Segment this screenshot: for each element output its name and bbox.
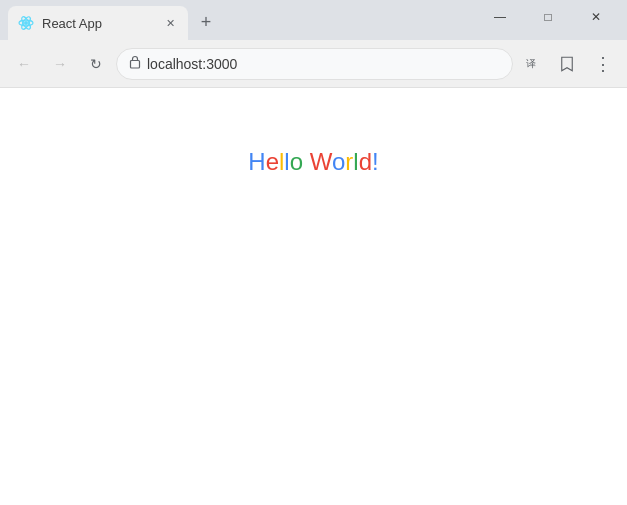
bookmark-button[interactable] xyxy=(551,48,583,80)
active-tab[interactable]: React App ✕ xyxy=(8,6,188,40)
new-tab-button[interactable]: + xyxy=(192,8,220,36)
hello-world-text: Hello World! xyxy=(248,148,378,176)
lock-icon xyxy=(129,55,141,72)
tab-close-button[interactable]: ✕ xyxy=(162,15,178,31)
browser-window: React App ✕ + — □ ✕ ← → ↻ localhost:3000 xyxy=(0,0,627,505)
svg-point-0 xyxy=(24,21,28,25)
maximize-button[interactable]: □ xyxy=(525,3,571,31)
svg-rect-4 xyxy=(131,61,140,69)
translate-button[interactable]: 译 xyxy=(517,48,549,80)
page-content: Hello World! xyxy=(0,88,627,505)
svg-text:译: 译 xyxy=(526,58,536,69)
reload-button[interactable]: ↻ xyxy=(80,48,112,80)
back-button[interactable]: ← xyxy=(8,48,40,80)
minimize-button[interactable]: — xyxy=(477,3,523,31)
tab-title: React App xyxy=(42,16,154,31)
more-options-button[interactable]: ⋮ xyxy=(587,48,619,80)
browser-toolbar: ← → ↻ localhost:3000 译 xyxy=(0,40,627,88)
title-bar: React App ✕ + — □ ✕ xyxy=(0,0,627,40)
toolbar-actions: 译 xyxy=(517,48,583,80)
url-text: localhost:3000 xyxy=(147,56,500,72)
tab-area: React App ✕ + xyxy=(8,0,477,40)
forward-button[interactable]: → xyxy=(44,48,76,80)
address-bar[interactable]: localhost:3000 xyxy=(116,48,513,80)
react-favicon xyxy=(18,15,34,31)
window-controls: — □ ✕ xyxy=(477,3,619,31)
close-button[interactable]: ✕ xyxy=(573,3,619,31)
